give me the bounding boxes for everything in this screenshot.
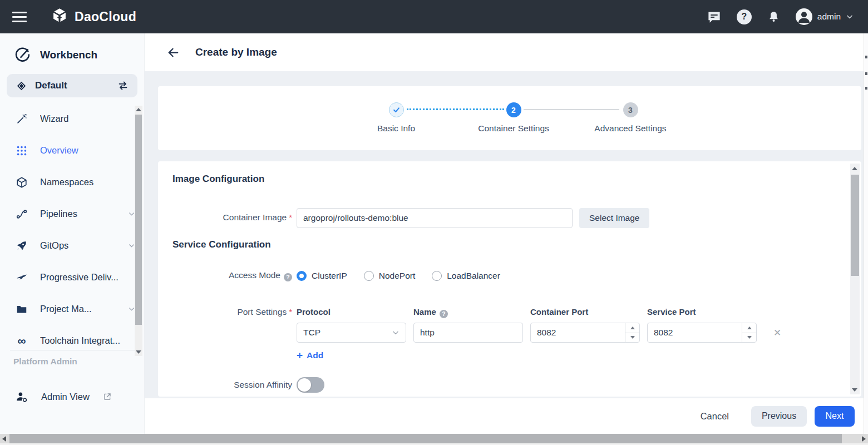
scrollbar-thumb[interactable] — [851, 175, 859, 276]
cancel-button[interactable]: Cancel — [697, 411, 732, 422]
delete-port-row-icon[interactable]: ✕ — [773, 327, 781, 339]
port-settings-row: TCP ✕ — [158, 323, 839, 343]
session-affinity-toggle[interactable] — [297, 377, 324, 393]
sidebar-item-label: Admin View — [41, 392, 90, 402]
next-button[interactable]: Next — [815, 406, 855, 427]
step-advanced-settings[interactable]: 3 Advanced Settings — [575, 86, 686, 134]
spinner-down-icon[interactable] — [625, 333, 639, 343]
sidebar-item-namespaces[interactable]: Namespaces — [0, 166, 144, 198]
step-basic-info[interactable]: Basic Info — [341, 86, 452, 134]
sidebar-item-wizard[interactable]: Wizard — [0, 103, 144, 135]
service-port-stepper — [647, 323, 757, 343]
select-image-button[interactable]: Select Image — [579, 208, 649, 228]
name-column-header: Name? — [413, 307, 523, 318]
admin-user-icon — [14, 390, 29, 404]
radio-icon[interactable] — [432, 271, 442, 281]
container-port-input[interactable] — [530, 323, 640, 343]
scroll-down-arrow[interactable] — [852, 388, 857, 392]
bell-icon[interactable] — [767, 10, 781, 24]
chevron-down-icon — [392, 329, 400, 337]
sidebar-item-overview[interactable]: Overview — [0, 135, 144, 166]
sidebar-item-label: Wizard — [40, 113, 135, 124]
required-asterisk: * — [289, 212, 292, 222]
avatar-icon[interactable] — [796, 8, 812, 25]
container-image-input[interactable] — [297, 208, 573, 228]
service-configuration-title: Service Configuration — [172, 239, 271, 250]
sidebar-item-gitops[interactable]: GitOps — [0, 230, 144, 261]
workspace-icon — [16, 80, 27, 92]
help-icon[interactable]: ? — [284, 273, 292, 281]
sidebar-item-label: GitOps — [40, 240, 116, 251]
service-port-input[interactable] — [647, 323, 757, 343]
swap-workspace-icon[interactable] — [117, 80, 129, 92]
workspace-name: Default — [35, 80, 109, 91]
access-mode-row: Access Mode? ClusterIP NodePort LoadBala… — [158, 270, 839, 281]
port-name-input[interactable] — [413, 323, 523, 343]
user-menu[interactable]: admin — [796, 8, 854, 25]
page-title: Create by Image — [195, 46, 277, 58]
sidebar-item-label: Namespaces — [40, 177, 135, 187]
radio-nodeport[interactable]: NodePort — [364, 271, 415, 281]
scroll-marker — [865, 87, 867, 90]
scroll-left-arrow[interactable] — [2, 436, 6, 442]
scrollbar-thumb[interactable] — [135, 115, 142, 325]
service-port-column-header: Service Port — [647, 307, 757, 318]
scroll-up-arrow[interactable] — [136, 108, 141, 111]
scroll-up-arrow[interactable] — [852, 167, 857, 170]
radio-loadbalancer[interactable]: LoadBalancer — [432, 271, 500, 281]
chat-icon[interactable] — [707, 9, 722, 24]
access-mode-label: Access Mode? — [158, 270, 292, 281]
add-port-button[interactable]: + Add — [297, 350, 323, 360]
sidebar-item-project-management[interactable]: Project Ma... — [0, 293, 144, 325]
radio-icon[interactable] — [364, 271, 374, 281]
workspace-selector[interactable]: Default — [7, 74, 137, 97]
spinner-up-icon[interactable] — [625, 323, 639, 333]
number-spinner — [625, 323, 639, 342]
sidebar-item-toolchain-integration[interactable]: ∞ Toolchain Integrat... — [0, 325, 144, 350]
sidebar-item-label: Progressive Deliv... — [40, 272, 135, 283]
protocol-select[interactable]: TCP — [297, 323, 406, 343]
wand-icon — [16, 113, 28, 125]
radio-clusterip[interactable]: ClusterIP — [297, 271, 347, 281]
spinner-up-icon[interactable] — [742, 323, 756, 333]
back-arrow-icon[interactable] — [167, 46, 180, 59]
cube-icon — [16, 176, 28, 189]
add-label: Add — [307, 350, 323, 360]
sidebar-item-label: Toolchain Integrat... — [40, 335, 135, 346]
sidebar-scrollbar[interactable] — [135, 106, 142, 356]
sidebar-item-pipelines[interactable]: Pipelines — [0, 198, 144, 230]
previous-button[interactable]: Previous — [751, 406, 807, 427]
bird-icon — [16, 271, 28, 284]
scroll-down-arrow[interactable] — [136, 350, 141, 354]
spinner-down-icon[interactable] — [742, 333, 756, 343]
session-affinity-row: Session Affinity — [158, 377, 839, 393]
folder-icon — [16, 303, 28, 315]
vertical-scrollbar[interactable] — [864, 33, 868, 434]
help-icon[interactable]: ? — [440, 310, 448, 318]
daocloud-logo-icon — [50, 7, 69, 26]
spacer — [158, 323, 292, 327]
form-panel: Image Configuration Container Image* Sel… — [158, 161, 861, 397]
step-label: Basic Info — [341, 123, 452, 134]
session-affinity-label: Session Affinity — [158, 380, 292, 390]
scroll-marker — [865, 72, 867, 75]
infinity-icon: ∞ — [16, 337, 28, 345]
horizontal-scrollbar[interactable] — [0, 434, 868, 443]
scroll-marker — [865, 56, 867, 58]
help-icon[interactable]: ? — [737, 9, 752, 24]
chevron-down-icon[interactable] — [846, 13, 854, 21]
sidebar-item-progressive-delivery[interactable]: Progressive Deliv... — [0, 261, 144, 293]
rocket-icon — [16, 240, 28, 252]
content-scrollbar[interactable] — [850, 164, 860, 394]
radio-selected-icon[interactable] — [297, 271, 307, 281]
scrollbar-thumb[interactable] — [9, 434, 842, 443]
sidebar-item-label: Project Ma... — [40, 304, 116, 314]
hamburger-icon[interactable] — [12, 9, 27, 25]
platform-admin-label: Platform Admin — [13, 357, 77, 367]
plus-icon: + — [297, 351, 303, 360]
step-container-settings[interactable]: 2 Container Settings — [458, 86, 569, 134]
step-number: 2 — [506, 102, 521, 117]
scroll-right-arrow[interactable] — [862, 436, 866, 442]
stepper: Basic Info 2 Container Settings 3 Advanc… — [158, 86, 861, 150]
sidebar-item-admin-view[interactable]: Admin View — [0, 384, 144, 409]
